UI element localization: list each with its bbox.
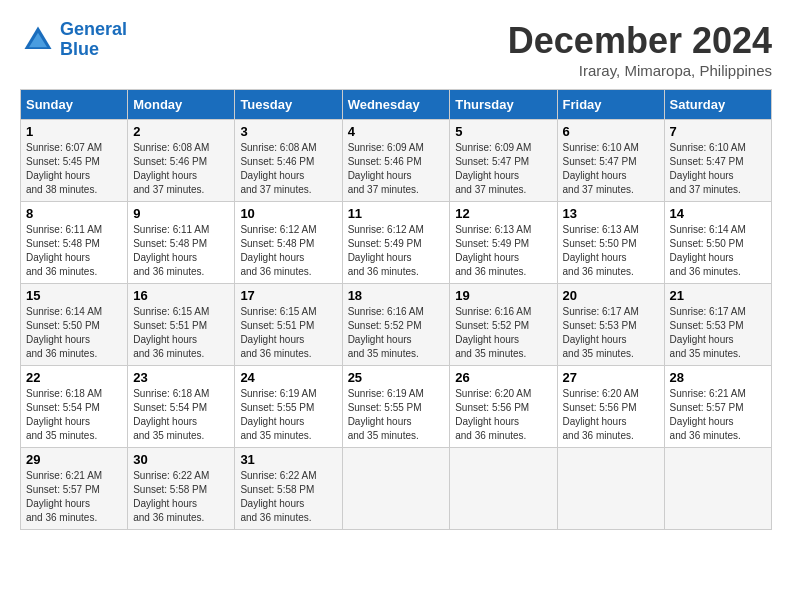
day-number: 28 [670, 370, 766, 385]
title-area: December 2024 Iraray, Mimaropa, Philippi… [508, 20, 772, 79]
logo-text: General Blue [60, 20, 127, 60]
table-row: 21 Sunrise: 6:17 AMSunset: 5:53 PMDaylig… [664, 284, 771, 366]
day-number: 6 [563, 124, 659, 139]
table-row: 14 Sunrise: 6:14 AMSunset: 5:50 PMDaylig… [664, 202, 771, 284]
day-info: Sunrise: 6:12 AMSunset: 5:49 PMDaylight … [348, 224, 424, 277]
table-row: 4 Sunrise: 6:09 AMSunset: 5:46 PMDayligh… [342, 120, 450, 202]
day-number: 24 [240, 370, 336, 385]
header-wednesday: Wednesday [342, 90, 450, 120]
day-info: Sunrise: 6:20 AMSunset: 5:56 PMDaylight … [563, 388, 639, 441]
day-info: Sunrise: 6:15 AMSunset: 5:51 PMDaylight … [240, 306, 316, 359]
day-info: Sunrise: 6:08 AMSunset: 5:46 PMDaylight … [133, 142, 209, 195]
table-row: 1 Sunrise: 6:07 AMSunset: 5:45 PMDayligh… [21, 120, 128, 202]
day-info: Sunrise: 6:18 AMSunset: 5:54 PMDaylight … [26, 388, 102, 441]
day-info: Sunrise: 6:13 AMSunset: 5:50 PMDaylight … [563, 224, 639, 277]
table-row [557, 448, 664, 530]
table-row: 8 Sunrise: 6:11 AMSunset: 5:48 PMDayligh… [21, 202, 128, 284]
day-info: Sunrise: 6:20 AMSunset: 5:56 PMDaylight … [455, 388, 531, 441]
day-number: 2 [133, 124, 229, 139]
day-info: Sunrise: 6:19 AMSunset: 5:55 PMDaylight … [240, 388, 316, 441]
day-number: 21 [670, 288, 766, 303]
table-row: 3 Sunrise: 6:08 AMSunset: 5:46 PMDayligh… [235, 120, 342, 202]
table-row: 19 Sunrise: 6:16 AMSunset: 5:52 PMDaylig… [450, 284, 557, 366]
day-number: 15 [26, 288, 122, 303]
day-info: Sunrise: 6:08 AMSunset: 5:46 PMDaylight … [240, 142, 316, 195]
day-info: Sunrise: 6:11 AMSunset: 5:48 PMDaylight … [26, 224, 102, 277]
day-number: 14 [670, 206, 766, 221]
table-row: 23 Sunrise: 6:18 AMSunset: 5:54 PMDaylig… [128, 366, 235, 448]
table-row [664, 448, 771, 530]
day-number: 30 [133, 452, 229, 467]
day-number: 25 [348, 370, 445, 385]
calendar-body: 1 Sunrise: 6:07 AMSunset: 5:45 PMDayligh… [21, 120, 772, 530]
table-row: 6 Sunrise: 6:10 AMSunset: 5:47 PMDayligh… [557, 120, 664, 202]
calendar-week-3: 15 Sunrise: 6:14 AMSunset: 5:50 PMDaylig… [21, 284, 772, 366]
table-row: 2 Sunrise: 6:08 AMSunset: 5:46 PMDayligh… [128, 120, 235, 202]
day-info: Sunrise: 6:09 AMSunset: 5:46 PMDaylight … [348, 142, 424, 195]
table-row: 26 Sunrise: 6:20 AMSunset: 5:56 PMDaylig… [450, 366, 557, 448]
day-info: Sunrise: 6:12 AMSunset: 5:48 PMDaylight … [240, 224, 316, 277]
day-info: Sunrise: 6:10 AMSunset: 5:47 PMDaylight … [670, 142, 746, 195]
day-number: 27 [563, 370, 659, 385]
day-number: 12 [455, 206, 551, 221]
calendar-week-2: 8 Sunrise: 6:11 AMSunset: 5:48 PMDayligh… [21, 202, 772, 284]
day-info: Sunrise: 6:07 AMSunset: 5:45 PMDaylight … [26, 142, 102, 195]
day-number: 26 [455, 370, 551, 385]
day-number: 18 [348, 288, 445, 303]
table-row: 31 Sunrise: 6:22 AMSunset: 5:58 PMDaylig… [235, 448, 342, 530]
calendar-table: Sunday Monday Tuesday Wednesday Thursday… [20, 89, 772, 530]
day-number: 19 [455, 288, 551, 303]
day-info: Sunrise: 6:17 AMSunset: 5:53 PMDaylight … [563, 306, 639, 359]
header-sunday: Sunday [21, 90, 128, 120]
table-row [450, 448, 557, 530]
day-number: 23 [133, 370, 229, 385]
day-number: 5 [455, 124, 551, 139]
day-info: Sunrise: 6:22 AMSunset: 5:58 PMDaylight … [240, 470, 316, 523]
table-row: 20 Sunrise: 6:17 AMSunset: 5:53 PMDaylig… [557, 284, 664, 366]
table-row: 9 Sunrise: 6:11 AMSunset: 5:48 PMDayligh… [128, 202, 235, 284]
day-number: 7 [670, 124, 766, 139]
day-info: Sunrise: 6:13 AMSunset: 5:49 PMDaylight … [455, 224, 531, 277]
table-row: 29 Sunrise: 6:21 AMSunset: 5:57 PMDaylig… [21, 448, 128, 530]
table-row: 22 Sunrise: 6:18 AMSunset: 5:54 PMDaylig… [21, 366, 128, 448]
location-title: Iraray, Mimaropa, Philippines [508, 62, 772, 79]
header-saturday: Saturday [664, 90, 771, 120]
day-info: Sunrise: 6:21 AMSunset: 5:57 PMDaylight … [670, 388, 746, 441]
day-number: 17 [240, 288, 336, 303]
day-info: Sunrise: 6:09 AMSunset: 5:47 PMDaylight … [455, 142, 531, 195]
calendar-header-row: Sunday Monday Tuesday Wednesday Thursday… [21, 90, 772, 120]
day-info: Sunrise: 6:15 AMSunset: 5:51 PMDaylight … [133, 306, 209, 359]
day-info: Sunrise: 6:14 AMSunset: 5:50 PMDaylight … [26, 306, 102, 359]
day-info: Sunrise: 6:10 AMSunset: 5:47 PMDaylight … [563, 142, 639, 195]
table-row: 7 Sunrise: 6:10 AMSunset: 5:47 PMDayligh… [664, 120, 771, 202]
day-number: 11 [348, 206, 445, 221]
table-row: 24 Sunrise: 6:19 AMSunset: 5:55 PMDaylig… [235, 366, 342, 448]
day-number: 8 [26, 206, 122, 221]
day-info: Sunrise: 6:16 AMSunset: 5:52 PMDaylight … [455, 306, 531, 359]
day-number: 22 [26, 370, 122, 385]
day-info: Sunrise: 6:18 AMSunset: 5:54 PMDaylight … [133, 388, 209, 441]
day-info: Sunrise: 6:14 AMSunset: 5:50 PMDaylight … [670, 224, 746, 277]
table-row: 5 Sunrise: 6:09 AMSunset: 5:47 PMDayligh… [450, 120, 557, 202]
day-number: 16 [133, 288, 229, 303]
header-thursday: Thursday [450, 90, 557, 120]
logo: General Blue [20, 20, 127, 60]
day-info: Sunrise: 6:11 AMSunset: 5:48 PMDaylight … [133, 224, 209, 277]
table-row: 27 Sunrise: 6:20 AMSunset: 5:56 PMDaylig… [557, 366, 664, 448]
day-info: Sunrise: 6:19 AMSunset: 5:55 PMDaylight … [348, 388, 424, 441]
day-number: 10 [240, 206, 336, 221]
page-header: General Blue December 2024 Iraray, Mimar… [20, 20, 772, 79]
day-number: 29 [26, 452, 122, 467]
day-info: Sunrise: 6:16 AMSunset: 5:52 PMDaylight … [348, 306, 424, 359]
header-tuesday: Tuesday [235, 90, 342, 120]
header-friday: Friday [557, 90, 664, 120]
table-row: 16 Sunrise: 6:15 AMSunset: 5:51 PMDaylig… [128, 284, 235, 366]
header-monday: Monday [128, 90, 235, 120]
table-row: 18 Sunrise: 6:16 AMSunset: 5:52 PMDaylig… [342, 284, 450, 366]
table-row: 25 Sunrise: 6:19 AMSunset: 5:55 PMDaylig… [342, 366, 450, 448]
calendar-week-4: 22 Sunrise: 6:18 AMSunset: 5:54 PMDaylig… [21, 366, 772, 448]
table-row: 11 Sunrise: 6:12 AMSunset: 5:49 PMDaylig… [342, 202, 450, 284]
table-row: 28 Sunrise: 6:21 AMSunset: 5:57 PMDaylig… [664, 366, 771, 448]
day-number: 20 [563, 288, 659, 303]
table-row: 12 Sunrise: 6:13 AMSunset: 5:49 PMDaylig… [450, 202, 557, 284]
